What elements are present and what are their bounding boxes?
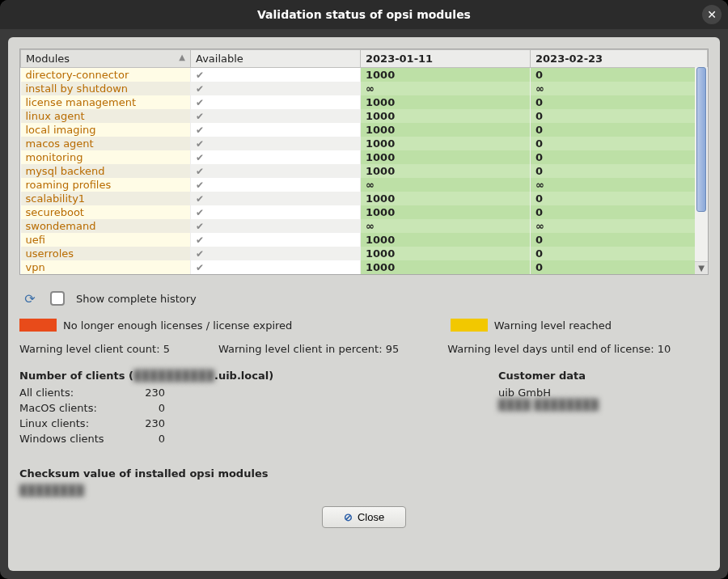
col-modules[interactable]: Modules <box>21 50 191 68</box>
cell-module: install by shutdown <box>21 82 191 95</box>
refresh-button[interactable]: ⟳ <box>21 290 39 307</box>
table-row[interactable]: local imaging✔10000 <box>21 123 708 137</box>
cell-date2: 0 <box>531 192 708 205</box>
cell-module: uefi <box>21 233 191 247</box>
check-icon: ✔ <box>196 193 204 205</box>
table-header-row: Modules Available 2023-01-11 2023-02-23 <box>21 50 708 68</box>
warning-stats: Warning level client count: 5 Warning le… <box>19 340 709 358</box>
cell-available: ✔ <box>191 178 361 192</box>
col-available[interactable]: Available <box>191 50 361 68</box>
check-icon: ✔ <box>196 180 204 191</box>
check-icon: ✔ <box>196 248 204 260</box>
cell-available: ✔ <box>191 192 361 205</box>
dialog-content: Modules Available 2023-01-11 2023-02-23 … <box>8 37 720 571</box>
col-resize[interactable] <box>187 50 190 67</box>
table-row[interactable]: license management✔10000 <box>21 95 708 109</box>
cell-module: roaming profiles <box>21 178 191 192</box>
warn-percent: Warning level client in percent: 95 <box>218 343 399 355</box>
cell-date1: ∞ <box>361 219 531 233</box>
clients-kv: All clients:230MacOS clients:0Linux clie… <box>19 387 450 445</box>
check-icon: ✔ <box>196 70 204 81</box>
dialog-footer: ⊘ Close <box>19 503 709 528</box>
table-row[interactable]: vpn✔10000 <box>21 260 708 274</box>
cell-date1: ∞ <box>361 82 531 95</box>
cell-date1: 1000 <box>361 95 531 109</box>
cell-date1: 1000 <box>361 205 531 219</box>
warn-count: Warning level client count: 5 <box>19 343 170 355</box>
customer-name: uib GmbH <box>498 387 709 399</box>
cell-date1: 1000 <box>361 68 531 82</box>
cell-available: ✔ <box>191 260 361 274</box>
window-close-button[interactable]: ✕ <box>702 5 722 24</box>
check-icon: ✔ <box>196 111 204 122</box>
cell-date2: 0 <box>531 150 708 164</box>
cell-available: ✔ <box>191 95 361 109</box>
table-row[interactable]: roaming profiles✔∞∞ <box>21 178 708 192</box>
table-row[interactable]: install by shutdown✔∞∞ <box>21 82 708 95</box>
cell-module: license management <box>21 95 191 109</box>
cell-available: ✔ <box>191 205 361 219</box>
client-value: 230 <box>116 387 165 399</box>
cell-date2: ∞ <box>531 178 708 192</box>
cell-date1: ∞ <box>361 178 531 192</box>
history-label: Show complete history <box>76 293 197 305</box>
cell-date1: 1000 <box>361 247 531 260</box>
col-resize[interactable] <box>527 50 530 67</box>
cell-date2: 0 <box>531 109 708 123</box>
table-row[interactable]: monitoring✔10000 <box>21 150 708 164</box>
cell-available: ✔ <box>191 123 361 137</box>
scrollbar-down-button[interactable]: ▼ <box>695 261 708 274</box>
col-date2[interactable]: 2023-02-23 <box>531 50 708 68</box>
table-row[interactable]: macos agent✔10000 <box>21 137 708 150</box>
check-icon: ✔ <box>196 207 204 218</box>
cell-available: ✔ <box>191 82 361 95</box>
cell-module: secureboot <box>21 205 191 219</box>
table-row[interactable]: mysql backend✔10000 <box>21 164 708 178</box>
client-value: 0 <box>116 402 165 414</box>
cell-date2: 0 <box>531 247 708 260</box>
lower-panel: ⟳ Show complete history No longer enough… <box>19 286 709 528</box>
customer-column: Customer data uib GmbH ████ ████████ <box>498 365 709 497</box>
table-row[interactable]: linux agent✔10000 <box>21 109 708 123</box>
swatch-red <box>19 319 57 332</box>
cell-date2: 0 <box>531 260 708 274</box>
legend-red-label: No longer enough licenses / license expi… <box>63 319 292 332</box>
cell-module: scalability1 <box>21 192 191 205</box>
table-row[interactable]: swondemand✔∞∞ <box>21 219 708 233</box>
cell-date1: 1000 <box>361 260 531 274</box>
scrollbar-thumb[interactable] <box>696 67 706 212</box>
cell-date2: 0 <box>531 68 708 82</box>
cell-module: mysql backend <box>21 164 191 178</box>
cell-available: ✔ <box>191 233 361 247</box>
cell-date1: 1000 <box>361 150 531 164</box>
check-icon: ✔ <box>196 262 204 273</box>
col-resize[interactable] <box>357 50 360 67</box>
col-date1[interactable]: 2023-01-11 <box>361 50 531 68</box>
client-key: Windows clients <box>19 433 116 445</box>
table-row[interactable]: userroles✔10000 <box>21 247 708 260</box>
cell-module: vpn <box>21 260 191 274</box>
table-row[interactable]: uefi✔10000 <box>21 233 708 247</box>
cell-available: ✔ <box>191 247 361 260</box>
table-row[interactable]: directory-connector✔10000 <box>21 68 708 82</box>
cell-module: directory-connector <box>21 68 191 82</box>
history-checkbox[interactable] <box>50 291 65 306</box>
checksum-heading: Checksum value of installed opsi modules <box>19 467 450 480</box>
cell-module: monitoring <box>21 150 191 164</box>
cell-date1: 1000 <box>361 164 531 178</box>
cell-date2: 0 <box>531 123 708 137</box>
table-row[interactable]: secureboot✔10000 <box>21 205 708 219</box>
table-row[interactable]: scalability1✔10000 <box>21 192 708 205</box>
cell-module: macos agent <box>21 137 191 150</box>
cell-module: local imaging <box>21 123 191 137</box>
cell-date1: 1000 <box>361 109 531 123</box>
refresh-icon: ⟳ <box>24 291 35 306</box>
cell-available: ✔ <box>191 150 361 164</box>
clients-heading: Number of clients (██████████.uib.local) <box>19 370 450 382</box>
window-title: Validation status of opsi modules <box>257 8 471 21</box>
client-key: MacOS clients: <box>19 402 116 414</box>
close-button[interactable]: ⊘ Close <box>322 506 406 528</box>
table-scrollbar[interactable]: ▼ <box>695 67 708 274</box>
cell-available: ✔ <box>191 109 361 123</box>
cell-available: ✔ <box>191 68 361 82</box>
